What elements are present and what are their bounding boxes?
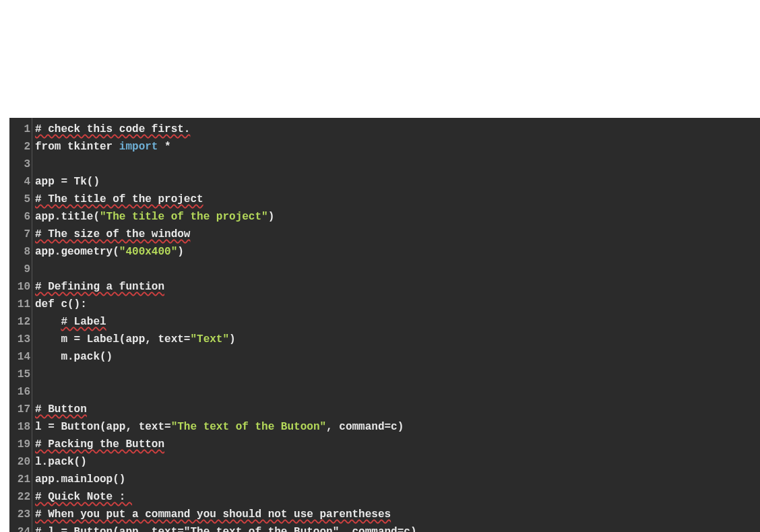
line-number: 22 [9,488,32,506]
code-line[interactable]: # Button [35,401,760,418]
line-number: 24 [9,523,32,532]
line-number: 11 [9,296,32,313]
code-token: "400x400" [119,246,177,258]
code-line[interactable]: # Defining a funtion [35,278,760,296]
code-line[interactable] [35,366,760,383]
code-line[interactable]: # Label [35,313,760,331]
code-token: from tkinter [35,141,119,153]
line-number: 17 [9,401,32,418]
code-line[interactable]: m = Label(app, text="Text") [35,331,760,348]
line-number-gutter: 123456789101112131415161718192021222324 [9,118,32,532]
code-token: # Quick Note : [35,491,132,503]
line-number: 1 [9,121,32,138]
line-number: 10 [9,278,32,296]
code-area: 123456789101112131415161718192021222324 … [9,118,760,532]
line-number: 9 [9,261,32,278]
code-token: l.pack() [35,456,87,468]
line-number: 12 [9,313,32,331]
code-token: "The title of the project" [100,211,268,223]
code-token: app.geometry( [35,246,119,258]
code-line[interactable]: app.title("The title of the project") [35,208,760,226]
code-token: # Defining a funtion [35,281,164,293]
code-token: # The title of the project [35,193,203,205]
code-token: , command=c) [326,421,404,433]
code-editor[interactable]: 123456789101112131415161718192021222324 … [9,118,760,532]
code-token: * [158,141,170,153]
code-token: "The text of the Butoon" [171,421,326,433]
code-line[interactable]: def c(): [35,296,760,313]
code-token: # Button [35,403,87,415]
code-token [35,316,61,328]
line-number: 19 [9,436,32,453]
line-number: 23 [9,506,32,523]
code-line[interactable]: app = Tk() [35,173,760,191]
code-line[interactable]: # The title of the project [35,191,760,208]
code-line[interactable]: # Quick Note : [35,488,760,506]
code-line[interactable]: # Packing the Button [35,436,760,453]
line-number: 6 [9,208,32,226]
code-token: # l = Button(app, text="The text of the … [35,526,417,532]
code-line[interactable] [35,156,760,173]
code-line[interactable] [35,383,760,401]
code-token: "Text" [190,333,229,345]
code-token: def c(): [35,298,87,310]
line-number: 14 [9,348,32,366]
code-token: l = Button(app, text= [35,421,171,433]
code-content[interactable]: # check this code first.from tkinter imp… [32,118,760,532]
code-token: ) [229,333,236,345]
line-number: 16 [9,383,32,401]
code-token: app.title( [35,211,100,223]
line-number: 5 [9,191,32,208]
code-line[interactable]: l.pack() [35,453,760,471]
code-line[interactable]: app.geometry("400x400") [35,243,760,261]
line-number: 20 [9,453,32,471]
code-token: app = Tk() [35,176,100,188]
line-number: 8 [9,243,32,261]
line-number: 21 [9,471,32,488]
code-token: # Packing the Button [35,438,164,451]
code-token: # The size of the window [35,228,190,240]
code-line[interactable]: # When you put a command you should not … [35,506,760,523]
code-token: ) [177,246,184,258]
code-line[interactable] [35,261,760,278]
line-number: 3 [9,156,32,173]
code-token: # check this code first. [35,123,190,135]
code-line[interactable]: m.pack() [35,348,760,366]
code-token: m.pack() [35,351,113,363]
code-token: app.mainloop() [35,473,125,486]
code-token: ) [268,211,275,223]
code-line[interactable]: from tkinter import * [35,138,760,156]
code-token: import [119,141,158,153]
code-line[interactable]: # The size of the window [35,226,760,243]
code-line[interactable]: # check this code first. [35,121,760,138]
code-line[interactable]: # l = Button(app, text="The text of the … [35,523,760,532]
code-line[interactable]: app.mainloop() [35,471,760,488]
line-number: 13 [9,331,32,348]
line-number: 4 [9,173,32,191]
code-token: m = Label(app, text= [35,333,190,345]
code-token: # Label [61,316,106,328]
code-token: # When you put a command you should not … [35,508,391,521]
line-number: 2 [9,138,32,156]
line-number: 18 [9,418,32,436]
line-number: 7 [9,226,32,243]
line-number: 15 [9,366,32,383]
code-line[interactable]: l = Button(app, text="The text of the Bu… [35,418,760,436]
